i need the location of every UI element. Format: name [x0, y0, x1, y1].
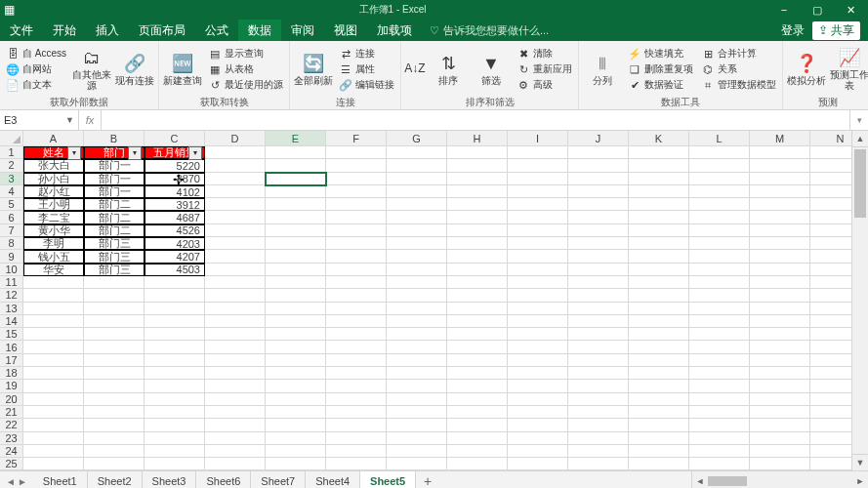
- cell-J13[interactable]: [568, 303, 629, 315]
- cell-C13[interactable]: [145, 303, 205, 315]
- cell-K2[interactable]: [629, 159, 689, 172]
- cell-K1[interactable]: [629, 146, 689, 159]
- filter-dropdown-icon[interactable]: ▾: [67, 146, 81, 160]
- cell-B11[interactable]: [84, 276, 145, 289]
- table-data-cell[interactable]: 部门三: [84, 264, 145, 276]
- cell-A23[interactable]: [23, 432, 84, 445]
- cell-K4[interactable]: [629, 185, 689, 198]
- cell-C16[interactable]: [145, 341, 205, 353]
- filter-button[interactable]: ▼筛选: [472, 45, 511, 94]
- cell-B22[interactable]: [84, 419, 145, 431]
- table-data-cell[interactable]: 赵小红: [23, 185, 84, 198]
- cell-K6[interactable]: [629, 211, 689, 224]
- cell-E7[interactable]: [266, 224, 326, 237]
- cell-G1[interactable]: [387, 146, 447, 159]
- cell-C22[interactable]: [145, 419, 205, 431]
- properties-button[interactable]: ☰属性: [337, 62, 396, 77]
- cell-L25[interactable]: [689, 458, 750, 470]
- cell-E8[interactable]: [266, 237, 326, 250]
- cell-L13[interactable]: [689, 303, 750, 315]
- cell-I18[interactable]: [508, 367, 568, 380]
- cell-B24[interactable]: [84, 445, 145, 458]
- cell-I10[interactable]: [508, 264, 568, 276]
- cell-L24[interactable]: [689, 445, 750, 458]
- column-header-B[interactable]: B: [84, 131, 145, 146]
- cell-M8[interactable]: [750, 237, 810, 250]
- cell-F13[interactable]: [326, 303, 387, 315]
- sort-az-button[interactable]: A↓Z: [405, 45, 425, 94]
- filter-dropdown-icon[interactable]: ▾: [128, 146, 142, 160]
- cell-J23[interactable]: [568, 432, 629, 445]
- cell-C18[interactable]: [145, 367, 205, 380]
- cell-I13[interactable]: [508, 303, 568, 315]
- table-data-cell[interactable]: 3870: [145, 173, 205, 185]
- cell-J5[interactable]: [568, 198, 629, 211]
- cell-D17[interactable]: [205, 354, 266, 367]
- cell-D2[interactable]: [205, 159, 266, 172]
- cell-B15[interactable]: [84, 328, 145, 341]
- cell-D12[interactable]: [205, 289, 266, 302]
- existing-connections-button[interactable]: 🔗现有连接: [115, 45, 154, 94]
- fx-button[interactable]: fx: [79, 110, 101, 130]
- cell-B14[interactable]: [84, 315, 145, 328]
- cell-D24[interactable]: [205, 445, 266, 458]
- cell-D6[interactable]: [205, 211, 266, 224]
- cell-F1[interactable]: [326, 146, 387, 159]
- table-data-cell[interactable]: 部门三: [84, 250, 145, 263]
- cell-I7[interactable]: [508, 224, 568, 237]
- cell-G24[interactable]: [387, 445, 447, 458]
- refresh-all-button[interactable]: 🔄全部刷新: [294, 45, 333, 94]
- cell-K12[interactable]: [629, 289, 689, 302]
- cell-L2[interactable]: [689, 159, 750, 172]
- row-header-5[interactable]: 5: [0, 198, 23, 211]
- cell-H23[interactable]: [447, 432, 508, 445]
- row-header-14[interactable]: 14: [0, 315, 23, 328]
- cell-D9[interactable]: [205, 250, 266, 263]
- cell-K24[interactable]: [629, 445, 689, 458]
- cell-H22[interactable]: [447, 419, 508, 431]
- cell-E18[interactable]: [266, 367, 326, 380]
- cell-J6[interactable]: [568, 211, 629, 224]
- cell-B12[interactable]: [84, 289, 145, 302]
- cell-F18[interactable]: [326, 367, 387, 380]
- row-header-16[interactable]: 16: [0, 341, 23, 353]
- cell-D7[interactable]: [205, 224, 266, 237]
- cell-K9[interactable]: [629, 250, 689, 263]
- cell-A14[interactable]: [23, 315, 84, 328]
- cell-F17[interactable]: [326, 354, 387, 367]
- table-data-cell[interactable]: 华安: [23, 264, 84, 276]
- cell-E24[interactable]: [266, 445, 326, 458]
- cell-K20[interactable]: [629, 393, 689, 406]
- table-data-cell[interactable]: 部门二: [84, 198, 145, 211]
- cell-G16[interactable]: [387, 341, 447, 353]
- formula-expand-button[interactable]: ▾: [849, 110, 868, 130]
- cell-B13[interactable]: [84, 303, 145, 315]
- close-button[interactable]: ✕: [837, 1, 864, 19]
- cell-H14[interactable]: [447, 315, 508, 328]
- forecast-sheet-button[interactable]: 📈预测工作表: [830, 45, 868, 94]
- maximize-button[interactable]: ▢: [804, 1, 831, 19]
- name-box-dropdown-icon[interactable]: ▼: [65, 115, 74, 125]
- column-header-H[interactable]: H: [447, 131, 508, 146]
- sheet-tab-sheet6[interactable]: Sheet6: [196, 471, 251, 488]
- cell-G20[interactable]: [387, 393, 447, 406]
- sheet-tab-sheet5[interactable]: Sheet5: [360, 471, 416, 488]
- cell-J15[interactable]: [568, 328, 629, 341]
- cell-M9[interactable]: [750, 250, 810, 263]
- row-header-15[interactable]: 15: [0, 328, 23, 341]
- tab-view[interactable]: 视图: [324, 20, 367, 41]
- cell-L15[interactable]: [689, 328, 750, 341]
- cell-H9[interactable]: [447, 250, 508, 263]
- cell-I19[interactable]: [508, 380, 568, 392]
- cell-G5[interactable]: [387, 198, 447, 211]
- table-header-cell[interactable]: 部门▾: [84, 146, 145, 159]
- cell-K15[interactable]: [629, 328, 689, 341]
- cell-I6[interactable]: [508, 211, 568, 224]
- row-header-6[interactable]: 6: [0, 211, 23, 224]
- table-data-cell[interactable]: 钱小五: [23, 250, 84, 263]
- column-header-D[interactable]: D: [205, 131, 266, 146]
- cell-K25[interactable]: [629, 458, 689, 470]
- cell-K11[interactable]: [629, 276, 689, 289]
- cell-C12[interactable]: [145, 289, 205, 302]
- minimize-button[interactable]: −: [770, 1, 798, 19]
